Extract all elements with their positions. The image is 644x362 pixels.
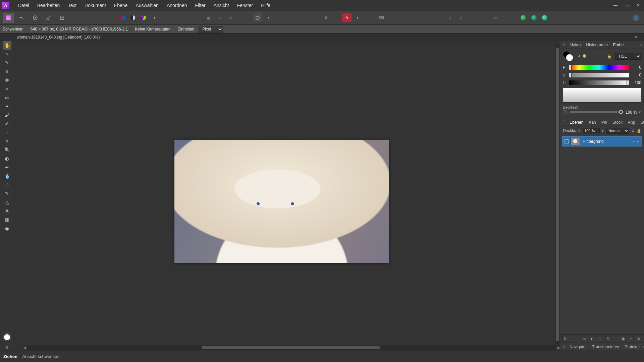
adjustment-layer-icon[interactable]: ◐ [589,336,595,341]
layer-opacity-input[interactable] [583,128,600,133]
eraser-tool[interactable]: ◊ [3,137,11,145]
layer-effects-icon[interactable]: fx [562,336,568,341]
toggle-ui-icon[interactable]: ⌨ [377,13,386,22]
live-filter-icon[interactable]: ⌁ [597,336,603,341]
opacity-dd-icon[interactable]: ▼ [638,111,641,114]
tab-histogramm[interactable]: Histogramm [583,43,610,47]
layer-linked-icon[interactable]: ▪ [633,139,635,144]
sample-dot-icon[interactable] [583,54,586,58]
layer-thumbnail[interactable] [571,138,580,145]
dodge-tool[interactable]: ◐ [3,154,11,163]
develop-persona-button[interactable] [30,13,41,23]
layer-lock-icon[interactable]: 🔒 [637,129,641,133]
vertical-scrollbar[interactable] [555,44,559,345]
color-wells[interactable] [563,51,575,62]
document-tab[interactable]: woman-1919143_640.jpg [Geändert] (100,0%… [17,35,100,40]
panel-grip-icon-2[interactable]: ⠿ [562,120,565,125]
show-grid-icon[interactable]: ▦ [204,13,213,22]
heal-tool[interactable]: ✚ [3,76,11,84]
mask-layer-icon[interactable]: ▭ [581,336,587,341]
flood-select-tool[interactable]: ✦ [3,102,11,111]
swap-colors-icon[interactable]: ⇅ [6,346,8,349]
scroll-left-icon[interactable]: ◀ [23,346,27,350]
horizontal-scroll-thumb[interactable] [202,346,380,349]
crop-tool[interactable]: ⌗ [3,67,11,76]
marquee-tool[interactable]: ▭ [3,93,11,102]
group-layer-icon[interactable]: ⧉ [605,336,611,341]
menu-anordnen[interactable]: Anordnen [163,0,191,11]
add-pixel-layer-icon[interactable]: ▦ [620,336,626,341]
auto-levels-icon[interactable] [117,13,127,22]
document-tab-close-icon[interactable]: ✕ [633,35,640,40]
align-dd-icon[interactable]: ▯ [467,13,476,22]
canvas-area[interactable]: ◀ ▶ [14,41,560,351]
assistant-dd-icon[interactable]: ▼ [353,13,362,22]
menu-text[interactable]: Text [64,0,80,11]
account-3-icon[interactable] [540,13,549,22]
document-image[interactable] [174,140,389,263]
paint-brush-tool[interactable]: 🖌 [3,111,11,119]
sat-value[interactable]: 0 [631,73,641,77]
color-model-select[interactable]: HSL [615,53,641,60]
hue-slider[interactable] [569,65,629,70]
hand-tool[interactable]: ✋ [3,41,11,50]
layer-name[interactable]: Hintergrund [583,139,604,144]
sponge-tool[interactable]: ∴ [3,180,11,189]
burn-tool[interactable]: ✎ [3,189,11,198]
lock-color-icon[interactable]: 🔒 [607,54,612,59]
sat-slider[interactable] [569,73,629,77]
panel-grip-icon-3[interactable]: ⠿ [562,345,565,349]
tab-transformieren[interactable]: Transformieren [589,345,622,349]
tab-kan[interactable]: Kan [586,120,598,125]
tab-anp[interactable]: Anp [625,120,638,125]
tab-makro[interactable]: Makro [567,43,583,47]
menu-bearbeiten[interactable]: Bearbeiten [33,0,64,11]
auto-wb-icon[interactable]: ✦ [150,13,159,22]
menu-auswaehlen[interactable]: Auswählen [131,0,163,11]
brush-tool[interactable]: ✎ [3,58,11,67]
blend-mode-select[interactable]: Normal [606,128,629,134]
lum-value[interactable]: 100 [631,80,641,85]
quickmask-icon[interactable] [253,13,262,22]
account-2-icon[interactable] [529,13,539,22]
tab-farbe[interactable]: Farbe [610,43,626,47]
clone-tool[interactable]: ⌖ [3,84,11,93]
layer-locked-icon[interactable]: ✓ [637,139,640,144]
tone-map-persona-button[interactable] [43,13,54,23]
menu-ebene[interactable]: Ebene [110,0,131,11]
align-c-icon[interactable]: ▯ [445,13,455,22]
layer-settings-icon[interactable]: ⚙ [631,129,635,133]
quickmask-dd-icon[interactable]: ▼ [264,13,273,22]
horizontal-scrollbar[interactable]: ◀ ▶ [28,345,556,350]
layer-visibility-checkbox[interactable] [565,139,569,143]
tab-stile[interactable]: Stile [638,120,644,125]
auto-contrast-icon[interactable] [128,13,138,22]
minimize-button[interactable]: — [610,0,621,11]
arrange-icon[interactable]: ⇵ [321,13,331,22]
lum-slider[interactable] [569,80,629,85]
tab-ebenen[interactable]: Ebenen [567,120,586,125]
user-account-icon[interactable]: 👤 [631,13,641,22]
menu-ansicht[interactable]: Ansicht [210,0,233,11]
account-1-icon[interactable] [519,13,528,22]
menu-hilfe[interactable]: Hilfe [257,0,274,11]
opacity-none-icon[interactable] [563,110,567,114]
close-button[interactable]: ✕ [633,0,644,11]
primary-color-well[interactable] [566,54,573,61]
align-l-icon[interactable]: ▯ [435,13,444,22]
mesh-tool[interactable]: ▦ [3,215,11,224]
panel-menu-icon[interactable]: ≡ [640,43,642,47]
eyedropper-icon[interactable]: ✐ [578,54,581,59]
align-r-icon[interactable]: ▯ [456,13,466,22]
layer-opacity-dd-icon[interactable]: ▾ [602,129,604,133]
assistant-icon[interactable]: ✎ [342,13,352,22]
picker-tool[interactable]: ◉ [3,224,11,233]
panel-grip-icon[interactable]: ⠿ [562,43,565,47]
add-layer-icon[interactable]: ＋ [628,336,634,341]
delete-layer-icon[interactable]: 🗑 [636,336,642,341]
foreground-color-swatch[interactable] [3,334,11,341]
snap-icon[interactable]: ▭ [491,13,500,22]
menu-fenster[interactable]: Fenster [233,0,257,11]
hue-value[interactable]: 0 [631,65,641,70]
pen-tool[interactable]: ✒ [3,163,11,172]
